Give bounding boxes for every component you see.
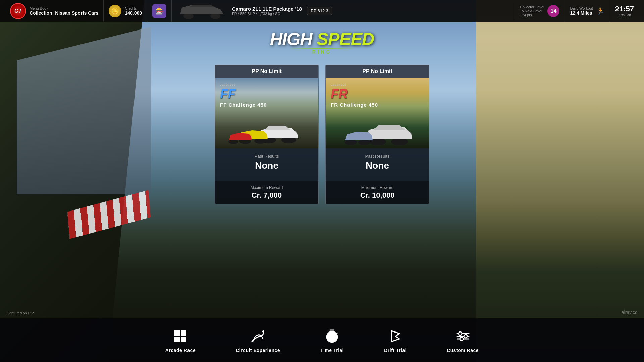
- ff-card-header: PP No Limit: [215, 65, 318, 78]
- nav-drift-trial[interactable]: Drift Trial: [384, 327, 407, 353]
- credits-icon: 🪙: [109, 5, 121, 17]
- credits-value: 140,000: [125, 10, 142, 16]
- ff-challenge-card[interactable]: PP No Limit Japanese FF FF Challenge 450: [215, 65, 319, 204]
- header-workout-section: Daily Workout 12.4 Miles 🏃: [565, 0, 610, 22]
- arcade-race-label: Arcade Race: [165, 348, 196, 353]
- collector-level-badge: 14: [547, 5, 559, 17]
- arcade-race-icon: [172, 327, 189, 345]
- collection-name: Collection: Nissan Sports Cars: [30, 10, 98, 16]
- fr-past-results-value: None: [366, 160, 389, 171]
- svg-point-13: [358, 140, 370, 145]
- car-silhouette-icon: [177, 3, 227, 19]
- ff-past-results-label: Past Results: [255, 154, 279, 159]
- ff-max-reward-label: Maximum Reward: [251, 185, 283, 190]
- header-roulette-section[interactable]: 🎰: [147, 0, 172, 22]
- fr-pp-limit: PP No Limit: [362, 68, 392, 74]
- workout-label: Daily Workout: [570, 6, 593, 10]
- time-trial-icon: [323, 327, 341, 345]
- track-logo-text: HIGH SPEED: [270, 30, 374, 48]
- svg-point-26: [460, 337, 463, 341]
- watermark: airav.cc: [622, 310, 637, 315]
- custom-race-label: Custom Race: [447, 348, 479, 353]
- logo-speed: SPEED: [317, 29, 374, 49]
- fr-card-header: PP No Limit: [326, 65, 429, 78]
- logo-high: HIGH: [270, 29, 312, 49]
- svg-point-24: [459, 332, 462, 335]
- captured-label: Captured on PS5: [7, 311, 35, 315]
- track-logo-sub: RING: [312, 49, 332, 55]
- collector-info: Collector Level To Next Level 174 pts: [520, 5, 544, 17]
- fr-past-results-label: Past Results: [365, 154, 390, 159]
- collector-label: Collector Level: [520, 5, 544, 9]
- track-logo: HIGH SPEED RING: [270, 30, 374, 55]
- svg-point-18: [262, 330, 264, 333]
- fr-challenge-card[interactable]: PP No Limit Japanese FR FR Challenge 450: [325, 65, 429, 204]
- fr-max-reward-value: Cr. 10,000: [360, 191, 395, 200]
- svg-point-12: [345, 140, 357, 145]
- ff-max-reward-value: Cr. 7,000: [252, 191, 282, 200]
- ff-card-body: Past Results None: [215, 148, 318, 181]
- credits-label: Credits: [125, 6, 142, 10]
- car-name: Camaro ZL1 1LE Package '18: [232, 6, 302, 12]
- header-timer-section: 21:57 27th Jan: [610, 0, 639, 22]
- car-specs: FR / 659 BHP / 1,732 kg / SC: [232, 12, 302, 16]
- circuit-experience-icon: [249, 327, 267, 345]
- svg-rect-15: [181, 330, 186, 336]
- ff-past-results-value: None: [255, 160, 278, 171]
- svg-rect-17: [181, 337, 186, 342]
- pp-badge: PP 612.3: [307, 7, 332, 15]
- header-bar: GT Menu Book Collection: Nissan Sports C…: [0, 0, 644, 22]
- header-collector-section: Collector Level To Next Level 174 pts 14: [515, 0, 565, 22]
- nav-time-trial[interactable]: Time Trial: [320, 327, 344, 353]
- fr-card-footer: Maximum Reward Cr. 10,000: [326, 181, 429, 204]
- drift-trial-icon: [387, 327, 404, 345]
- main-content: HIGH SPEED RING PP No Limit Japanese FF: [0, 22, 644, 362]
- ff-cars-scene: [215, 78, 318, 148]
- header-car-section: Camaro ZL1 1LE Package '18 FR / 659 BHP …: [172, 3, 515, 19]
- workout-value: 12.4 Miles: [570, 10, 593, 16]
- nav-circuit-experience[interactable]: Circuit Experience: [236, 327, 280, 353]
- nav-arcade-race[interactable]: Arcade Race: [165, 327, 196, 353]
- runner-icon: 🏃: [596, 7, 605, 15]
- ff-pp-limit: PP No Limit: [252, 68, 282, 74]
- svg-rect-14: [174, 330, 180, 336]
- bottom-nav-bar: Arcade Race Circuit Experience Time Tria…: [0, 318, 644, 362]
- fr-max-reward-label: Maximum Reward: [361, 185, 394, 190]
- timer-value: 21:57: [615, 5, 634, 13]
- fr-card-body: Past Results None: [326, 148, 429, 181]
- timer-info: 21:57 27th Jan: [615, 5, 634, 17]
- collector-pts: 174 pts: [520, 13, 544, 17]
- menu-label: Menu Book: [30, 6, 98, 10]
- ff-card-footer: Maximum Reward Cr. 7,000: [215, 181, 318, 204]
- header-menu-section[interactable]: GT Menu Book Collection: Nissan Sports C…: [5, 0, 104, 22]
- timer-date: 27th Jan: [618, 13, 631, 17]
- race-cards-container: PP No Limit Japanese FF FF Challenge 450: [215, 65, 429, 204]
- drift-trial-label: Drift Trial: [384, 348, 407, 353]
- gt-logo: GT: [10, 3, 26, 19]
- fr-card-image: Japanese FR FR Challenge 450: [326, 78, 429, 148]
- svg-point-25: [464, 335, 467, 338]
- car-details: Camaro ZL1 1LE Package '18 FR / 659 BHP …: [232, 6, 302, 16]
- workout-info: Daily Workout 12.4 Miles: [570, 6, 593, 16]
- fr-cars-scene: [326, 78, 429, 148]
- menu-info: Menu Book Collection: Nissan Sports Cars: [30, 6, 98, 16]
- roulette-icon[interactable]: 🎰: [152, 4, 166, 18]
- header-credits-section: 🪙 Credits 140,000: [104, 0, 147, 22]
- collector-sublabel: To Next Level: [520, 9, 544, 13]
- svg-rect-16: [174, 337, 180, 342]
- ff-card-image: Japanese FF FF Challenge 450: [215, 78, 318, 148]
- custom-race-icon: [454, 327, 472, 345]
- credits-info: Credits 140,000: [125, 6, 142, 16]
- nav-custom-race[interactable]: Custom Race: [447, 327, 479, 353]
- circuit-experience-label: Circuit Experience: [236, 348, 280, 353]
- time-trial-label: Time Trial: [320, 348, 344, 353]
